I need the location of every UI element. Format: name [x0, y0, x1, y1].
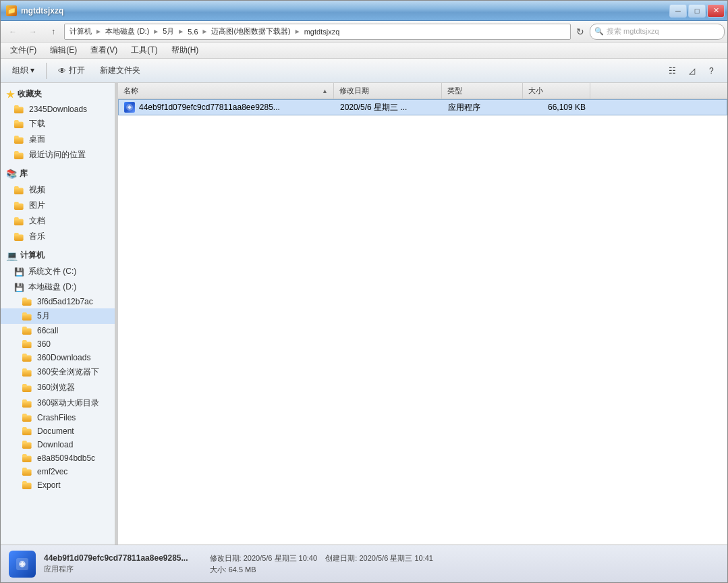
forward-button[interactable]: →: [24, 24, 43, 40]
maximize-button[interactable]: □: [688, 4, 706, 18]
sidebar-item-documents[interactable]: 文档: [1, 213, 115, 229]
sidebar-item-2345downloads[interactable]: 2345Downloads: [1, 103, 115, 116]
sidebar-item-e8a85094[interactable]: e8a85094bdb5c: [1, 451, 115, 465]
address-bar[interactable]: 计算机 ► 本地磁盘 (D:) ► 5月 ► 5.6 ► 迈高图(地图数据下载器…: [64, 24, 571, 40]
sidebar-item-desktop[interactable]: 桌面: [1, 132, 115, 147]
toolbar: 组织 ▾ 👁 打开 新建文件夹 ☷ ◿ ?: [1, 59, 727, 83]
folder-icon: [22, 384, 32, 392]
menu-tools[interactable]: 工具(T): [124, 43, 164, 57]
file-name: 44eb9f1d079efc9cd77811aa8ee9285...: [139, 103, 280, 112]
menu-file[interactable]: 文件(F): [3, 43, 43, 57]
sidebar-item-export[interactable]: Export: [1, 478, 115, 492]
sidebar-library-header[interactable]: 📚 库: [1, 165, 115, 182]
minimize-button[interactable]: ─: [669, 4, 687, 18]
new-folder-label: 新建文件夹: [100, 65, 140, 76]
open-button[interactable]: 👁 打开: [52, 61, 91, 80]
folder-icon: [22, 441, 32, 449]
sidebar-item-label: 2345Downloads: [29, 105, 87, 114]
sidebar-item-label: e8a85094bdb5c: [37, 453, 95, 463]
sidebar-item-crashfiles[interactable]: CrashFiles: [1, 411, 115, 424]
crumb-56[interactable]: 5.6: [186, 27, 200, 36]
menu-help[interactable]: 帮助(H): [165, 43, 206, 57]
search-icon: 🔍: [594, 27, 604, 36]
sidebar-item-emf2vec[interactable]: emf2vec: [1, 465, 115, 478]
close-button[interactable]: ✕: [707, 4, 725, 18]
crumb-5yue[interactable]: 5月: [161, 26, 176, 37]
status-size-row: 大小: 64.5 MB: [210, 565, 433, 575]
new-folder-button[interactable]: 新建文件夹: [94, 61, 146, 80]
crumb-sep-1: ►: [95, 28, 102, 35]
sidebar-item-recent[interactable]: 最近访问的位置: [1, 147, 115, 163]
sidebar-computer-header[interactable]: 💻 计算机: [1, 247, 115, 264]
sidebar-item-label: 系统文件 (C:): [28, 266, 76, 277]
sidebar-item-label: emf2vec: [37, 467, 67, 476]
toolbar-right: ☷ ◿ ?: [663, 61, 722, 80]
file-cell-date: 2020/5/6 星期三 ...: [335, 102, 443, 113]
crumb-d-drive[interactable]: 本地磁盘 (D:): [103, 26, 151, 37]
title-bar-left: 📁 mgtdtsjxzq: [6, 5, 63, 16]
title-bar: 📁 mgtdtsjxzq ─ □ ✕: [1, 1, 727, 21]
view-toggle-button[interactable]: ☷: [663, 61, 681, 80]
sidebar-item-5yue[interactable]: 5月: [1, 308, 115, 324]
sidebar-item-document[interactable]: Document: [1, 424, 115, 438]
back-button[interactable]: ←: [3, 24, 22, 40]
menu-bar: 文件(F) 编辑(E) 查看(V) 工具(T) 帮助(H): [1, 43, 727, 59]
table-row[interactable]: 44eb9f1d079efc9cd77811aa8ee9285... 2020/…: [118, 99, 727, 115]
sidebar-item-d-drive[interactable]: 💾 本地磁盘 (D:): [1, 279, 115, 295]
crumb-mgtdts[interactable]: mgtdtsjxzq: [302, 27, 342, 36]
menu-view[interactable]: 查看(V): [84, 43, 124, 57]
sidebar-item-360driver[interactable]: 360驱动大师目录: [1, 395, 115, 411]
sidebar-item-3f6d5ad[interactable]: 3f6d5ad12b7ac: [1, 295, 115, 308]
refresh-button[interactable]: ↻: [572, 24, 588, 40]
library-label: 库: [20, 168, 28, 179]
sidebar-item-label: 桌面: [29, 134, 45, 145]
library-icon: 📚: [6, 169, 17, 179]
up-button[interactable]: ↑: [44, 24, 63, 40]
sidebar-favorites-header[interactable]: ★ 收藏夹: [1, 86, 115, 103]
sidebar-item-360browser[interactable]: 360浏览器: [1, 380, 115, 395]
col-header-type[interactable]: 类型: [442, 83, 523, 99]
status-meta: 修改日期: 2020/5/6 星期三 10:40 创建日期: 2020/5/6 …: [210, 553, 433, 575]
folder-icon: [22, 481, 32, 489]
folder-icon: [14, 136, 24, 144]
search-box[interactable]: 🔍 搜索 mgtdtsjxzq: [590, 24, 725, 40]
sidebar-item-label: 360驱动大师目录: [37, 397, 99, 409]
sidebar-item-360downloads[interactable]: 360Downloads: [1, 351, 115, 364]
search-placeholder: 搜索 mgtdtsjxzq: [607, 26, 659, 36]
crumb-sep-2: ►: [152, 28, 159, 35]
col-type-label: 类型: [447, 86, 462, 96]
sidebar-item-label: 66call: [37, 326, 58, 335]
crumb-computer[interactable]: 计算机: [67, 26, 94, 37]
file-type: 应用程序: [448, 102, 480, 113]
status-modified-label: 修改日期:: [210, 554, 242, 562]
organize-button[interactable]: 组织 ▾: [6, 61, 40, 80]
folder-icon: [14, 202, 24, 210]
status-modified-value: 2020/5/6 星期三 10:40: [244, 554, 317, 562]
sidebar-item-label: 5月: [37, 310, 50, 322]
breadcrumb: 计算机 ► 本地磁盘 (D:) ► 5月 ► 5.6 ► 迈高图(地图数据下载器…: [67, 26, 341, 37]
sidebar-item-pictures[interactable]: 图片: [1, 198, 115, 213]
folder-icon: [22, 468, 32, 476]
window-icon: 📁: [6, 5, 17, 16]
status-created-value: 2020/5/6 星期三 10:41: [359, 554, 432, 562]
file-list: 44eb9f1d079efc9cd77811aa8ee9285... 2020/…: [118, 99, 727, 545]
crumb-mgtu[interactable]: 迈高图(地图数据下载器): [209, 26, 292, 37]
sidebar-item-download[interactable]: Download: [1, 438, 115, 451]
file-area: 名称 ▲ 修改日期 类型 大小: [118, 83, 727, 545]
sidebar-item-music[interactable]: 音乐: [1, 229, 115, 244]
sidebar-item-downloads[interactable]: 下载: [1, 116, 115, 132]
sidebar: ★ 收藏夹 2345Downloads 下载 桌面: [1, 83, 115, 545]
drive-icon: 💾: [14, 267, 24, 277]
help-button[interactable]: ?: [703, 61, 722, 80]
preview-pane-button[interactable]: ◿: [683, 61, 702, 80]
sidebar-item-video[interactable]: 视频: [1, 182, 115, 198]
sidebar-item-360[interactable]: 360: [1, 337, 115, 351]
col-header-date[interactable]: 修改日期: [334, 83, 442, 99]
col-header-size[interactable]: 大小: [523, 83, 590, 99]
menu-edit[interactable]: 编辑(E): [43, 43, 84, 57]
sidebar-item-c-drive[interactable]: 💾 系统文件 (C:): [1, 264, 115, 279]
sidebar-item-360browser-sec[interactable]: 360安全浏览器下: [1, 364, 115, 380]
sidebar-item-66call[interactable]: 66call: [1, 324, 115, 337]
folder-icon: [22, 354, 32, 362]
col-header-name[interactable]: 名称 ▲: [118, 83, 334, 99]
